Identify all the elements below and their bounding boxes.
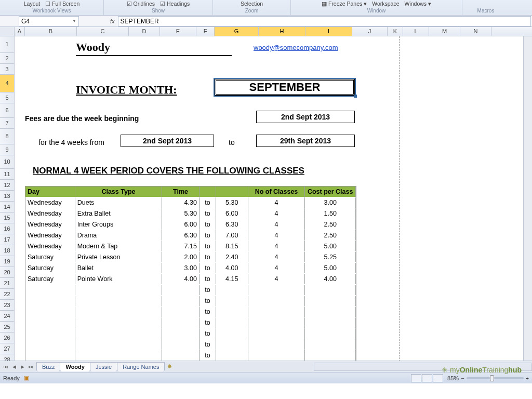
table-row[interactable]: SaturdayBallet3.00to4.0045.00 [25,262,356,273]
row-headers[interactable]: 1234567891011121314151617181920212223242… [0,36,15,372]
row-header[interactable]: 18 [0,245,14,256]
zoom-slider[interactable] [467,377,524,379]
row-header[interactable]: 3 [0,64,14,75]
table-row[interactable]: WednesdayDrama6.30to7.0042.50 [25,230,356,241]
row-header[interactable]: 2 [0,53,14,64]
spreadsheet-grid[interactable]: ABCDEFGHIJKLMN 1234567891011121314151617… [0,27,532,372]
row-header[interactable]: 25 [0,322,14,332]
email-link[interactable]: woody@somecompany.com [254,44,338,51]
page-layout-view-button[interactable] [422,374,432,382]
column-header[interactable]: K [388,27,403,36]
table-row[interactable]: WednesdayExtra Ballet5.30to6.0041.50 [25,208,356,219]
column-header[interactable]: N [460,27,491,36]
row-header[interactable]: 22 [0,289,14,300]
vertical-scrollbar[interactable] [523,36,532,363]
row-header[interactable]: 7 [0,118,14,129]
row-header[interactable]: 19 [0,256,14,267]
table-row[interactable]: to [25,284,356,295]
table-row[interactable]: SaturdayPrivate Lesson2.00to2.4045.25 [25,251,356,262]
column-header[interactable]: L [403,27,429,36]
zoom-control[interactable]: 85% − + [447,375,529,381]
sheet-tab[interactable]: Range Names [117,362,165,371]
normal-view-button[interactable] [411,374,421,382]
table-row[interactable]: WednesdayDuets4.30to5.3043.00 [25,197,356,208]
row-header[interactable]: 10 [0,155,14,169]
headings-toggle[interactable]: ☑ Headings [160,1,190,7]
zoom-in-button[interactable]: + [526,375,529,381]
column-header[interactable]: J [352,27,388,36]
row-header[interactable]: 4 [0,75,14,92]
table-row[interactable]: to [25,328,356,339]
column-header[interactable]: G [215,27,259,36]
workspace-button[interactable]: Workspace [372,1,399,7]
new-sheet-icon[interactable]: ✸ [167,363,172,370]
name-box[interactable]: G4▼ [19,16,79,26]
zoom-out-button[interactable]: − [461,375,464,381]
to-date[interactable]: 29th Sept 2013 [256,135,355,147]
column-header[interactable]: M [429,27,460,36]
freeze-panes-button[interactable]: ▦ Freeze Panes ▾ [322,1,367,7]
column-header[interactable]: D [129,27,160,36]
tab-prev-icon[interactable]: ◀ [10,364,18,369]
column-header[interactable]: E [160,27,196,36]
chevron-down-icon[interactable]: ▼ [72,19,76,23]
table-row[interactable]: to [25,350,356,361]
column-header[interactable]: F [196,27,215,36]
formula-input[interactable]: SEPTEMBER [118,16,531,26]
row-header[interactable]: 12 [0,180,14,191]
tab-next-icon[interactable]: ▶ [19,364,26,369]
column-header[interactable]: B [25,27,77,36]
row-header[interactable]: 6 [0,103,14,118]
table-row[interactable]: SaturdayPointe Work4.00to4.1544.00 [25,273,356,284]
row-header[interactable]: 17 [0,234,14,245]
fees-due-date[interactable]: 2nd Sept 2013 [256,111,355,123]
tab-first-icon[interactable]: ⏮ [2,364,9,369]
row-header[interactable]: 9 [0,144,14,155]
page-break-view-button[interactable] [433,374,443,382]
table-row[interactable]: to [25,339,356,350]
switch-windows-button[interactable]: Windows ▾ [405,1,432,7]
table-row[interactable]: to [25,295,356,306]
invoice-month-cell[interactable]: SEPTEMBER [215,79,355,96]
fullscreen-button[interactable]: ☐ Full Screen [45,1,79,7]
row-header[interactable]: 27 [0,343,14,354]
column-header[interactable]: H [259,27,305,36]
column-headers[interactable]: ABCDEFGHIJKLMN [0,27,532,36]
row-header[interactable]: 11 [0,169,14,180]
table-row[interactable]: to [25,317,356,328]
column-header[interactable]: I [305,27,352,36]
table-row[interactable]: WednesdayModern & Tap7.15to8.1545.00 [25,241,356,251]
row-header[interactable]: 14 [0,202,14,212]
selection-fill-handle[interactable] [354,95,357,98]
worksheet[interactable]: Woody woody@somecompany.com INVOICE MONT… [15,36,532,372]
zoom-selection-button[interactable]: Selection [241,1,263,7]
row-header[interactable]: 24 [0,311,14,322]
gridlines-toggle[interactable]: ☑ Gridlines [127,1,155,7]
sheet-tab[interactable]: Jessie [90,362,117,371]
sheet-tab[interactable]: Buzz [36,362,60,371]
row-header[interactable]: 23 [0,300,14,311]
column-header[interactable]: A [15,27,25,36]
tab-last-icon[interactable]: ⏭ [27,364,34,369]
row-header[interactable]: 1 [0,36,14,53]
select-all-corner[interactable] [0,27,15,36]
row-header[interactable]: 16 [0,223,14,234]
classes-table[interactable]: DayClass TypeTimeNo of ClassesCost per C… [25,186,356,372]
row-header[interactable]: 20 [0,267,14,278]
zoom-level[interactable]: 85% [447,375,459,381]
row-header[interactable]: 26 [0,332,14,343]
row-header[interactable]: 21 [0,278,14,289]
row-header[interactable]: 15 [0,212,14,223]
row-header[interactable]: 5 [0,92,14,103]
row-header[interactable]: 13 [0,191,14,202]
column-header[interactable]: C [77,27,129,36]
table-row[interactable]: WednesdayInter Groups6.00to6.3042.50 [25,219,356,230]
layout-button[interactable]: Layout [24,1,41,7]
from-date[interactable]: 2nd Sept 2013 [121,135,214,147]
sheet-tab[interactable]: Woody [60,362,90,371]
record-macro-icon[interactable]: ▣ [24,375,29,381]
tab-nav[interactable]: ⏮ ◀ ▶ ⏭ [0,364,36,369]
row-header[interactable]: 8 [0,129,14,144]
fx-icon[interactable]: fx [110,18,115,24]
table-row[interactable]: to [25,306,356,317]
